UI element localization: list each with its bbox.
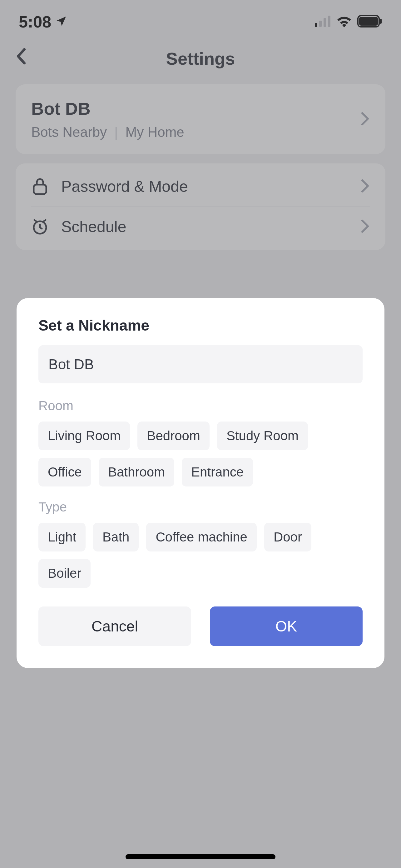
type-chip-door[interactable]: Door [264,523,311,552]
modal-actions: Cancel OK [38,607,363,646]
room-chip-row: Living Room Bedroom Study Room Office Ba… [38,422,363,487]
home-indicator[interactable] [126,854,275,859]
type-chip-coffee-machine[interactable]: Coffee machine [146,523,257,552]
room-chip-study-room[interactable]: Study Room [217,422,308,450]
type-chip-light[interactable]: Light [38,523,86,552]
room-section-label: Room [38,398,363,413]
room-chip-entrance[interactable]: Entrance [182,458,253,487]
cancel-button[interactable]: Cancel [38,607,191,646]
room-chip-bathroom[interactable]: Bathroom [99,458,174,487]
modal-title: Set a Nickname [38,317,363,334]
type-chip-row: Light Bath Coffee machine Door Boiler [38,523,363,588]
nickname-input[interactable] [38,345,363,383]
nickname-modal: Set a Nickname Room Living Room Bedroom … [16,298,385,668]
type-chip-boiler[interactable]: Boiler [38,559,91,588]
room-chip-living-room[interactable]: Living Room [38,422,130,450]
ok-button[interactable]: OK [210,607,363,646]
modal-overlay[interactable]: Set a Nickname Room Living Room Bedroom … [0,0,401,868]
type-chip-bath[interactable]: Bath [93,523,139,552]
room-chip-bedroom[interactable]: Bedroom [137,422,209,450]
type-section-label: Type [38,500,363,515]
room-chip-office[interactable]: Office [38,458,91,487]
